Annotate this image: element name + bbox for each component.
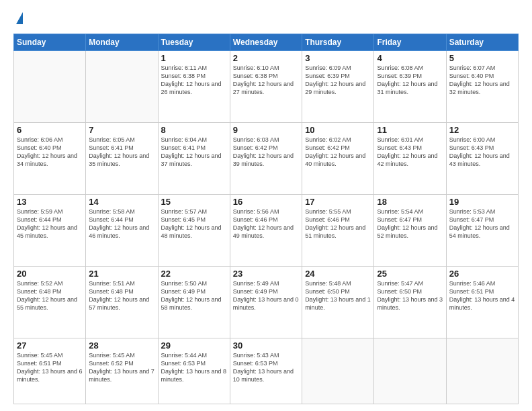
cell-daylight-info: Sunrise: 6:00 AM Sunset: 6:43 PM Dayligh… [449,136,515,169]
cell-daylight-info: Sunrise: 5:43 AM Sunset: 6:53 PM Dayligh… [233,351,299,384]
logo-triangle-icon [16,12,23,24]
calendar-day-header: Tuesday [158,34,230,51]
calendar-day-header: Wednesday [230,34,302,51]
calendar-header-row: SundayMondayTuesdayWednesdayThursdayFrid… [14,34,519,51]
calendar-week-row: 6Sunrise: 6:06 AM Sunset: 6:40 PM Daylig… [14,122,519,194]
logo [13,12,23,26]
cell-daylight-info: Sunrise: 6:03 AM Sunset: 6:42 PM Dayligh… [233,136,299,169]
cell-day-number: 26 [449,269,515,279]
cell-daylight-info: Sunrise: 6:02 AM Sunset: 6:42 PM Dayligh… [305,136,371,169]
cell-day-number: 23 [233,269,299,279]
calendar-cell: 11Sunrise: 6:01 AM Sunset: 6:43 PM Dayli… [374,122,446,194]
calendar-cell: 6Sunrise: 6:06 AM Sunset: 6:40 PM Daylig… [14,122,86,194]
calendar-cell: 4Sunrise: 6:08 AM Sunset: 6:39 PM Daylig… [374,51,446,123]
calendar-cell: 16Sunrise: 5:56 AM Sunset: 6:46 PM Dayli… [230,194,302,266]
cell-daylight-info: Sunrise: 5:51 AM Sunset: 6:48 PM Dayligh… [89,279,154,312]
calendar-cell: 8Sunrise: 6:04 AM Sunset: 6:41 PM Daylig… [158,122,230,194]
calendar-cell [374,338,446,404]
cell-daylight-info: Sunrise: 5:54 AM Sunset: 6:47 PM Dayligh… [377,208,443,240]
calendar-cell: 1Sunrise: 6:11 AM Sunset: 6:38 PM Daylig… [158,51,230,123]
cell-daylight-info: Sunrise: 5:48 AM Sunset: 6:50 PM Dayligh… [305,279,371,312]
cell-day-number: 27 [17,340,83,351]
cell-day-number: 8 [161,125,227,135]
calendar-cell: 5Sunrise: 6:07 AM Sunset: 6:40 PM Daylig… [446,51,518,123]
cell-daylight-info: Sunrise: 6:01 AM Sunset: 6:43 PM Dayligh… [377,136,443,169]
cell-day-number: 28 [89,340,154,351]
cell-day-number: 18 [377,197,443,207]
cell-day-number: 17 [305,197,371,207]
calendar-cell: 9Sunrise: 6:03 AM Sunset: 6:42 PM Daylig… [230,122,302,194]
calendar-cell: 12Sunrise: 6:00 AM Sunset: 6:43 PM Dayli… [446,122,518,194]
calendar-cell: 25Sunrise: 5:47 AM Sunset: 6:50 PM Dayli… [374,266,446,338]
calendar-cell: 2Sunrise: 6:10 AM Sunset: 6:38 PM Daylig… [230,51,302,123]
calendar-cell: 3Sunrise: 6:09 AM Sunset: 6:39 PM Daylig… [302,51,374,123]
header [13,12,519,26]
cell-daylight-info: Sunrise: 5:50 AM Sunset: 6:49 PM Dayligh… [161,279,227,312]
cell-day-number: 2 [233,53,299,63]
cell-daylight-info: Sunrise: 5:58 AM Sunset: 6:44 PM Dayligh… [89,208,154,240]
cell-daylight-info: Sunrise: 5:52 AM Sunset: 6:48 PM Dayligh… [17,279,83,312]
calendar-day-header: Sunday [14,34,86,51]
calendar-cell [446,338,518,404]
cell-daylight-info: Sunrise: 6:04 AM Sunset: 6:41 PM Dayligh… [161,136,227,169]
calendar-cell: 22Sunrise: 5:50 AM Sunset: 6:49 PM Dayli… [158,266,230,338]
cell-daylight-info: Sunrise: 6:08 AM Sunset: 6:39 PM Dayligh… [377,64,443,97]
cell-day-number: 16 [233,197,299,207]
cell-daylight-info: Sunrise: 5:47 AM Sunset: 6:50 PM Dayligh… [377,279,443,312]
calendar-cell: 7Sunrise: 6:05 AM Sunset: 6:41 PM Daylig… [86,122,158,194]
cell-day-number: 6 [17,125,83,135]
cell-day-number: 15 [161,197,227,207]
calendar-week-row: 13Sunrise: 5:59 AM Sunset: 6:44 PM Dayli… [14,194,519,266]
calendar-day-header: Friday [374,34,446,51]
calendar-cell: 30Sunrise: 5:43 AM Sunset: 6:53 PM Dayli… [230,338,302,404]
cell-day-number: 11 [377,125,443,135]
calendar-cell: 15Sunrise: 5:57 AM Sunset: 6:45 PM Dayli… [158,194,230,266]
cell-day-number: 13 [17,197,83,207]
calendar-table: SundayMondayTuesdayWednesdayThursdayFrid… [13,34,519,404]
cell-day-number: 25 [377,269,443,279]
cell-daylight-info: Sunrise: 5:46 AM Sunset: 6:51 PM Dayligh… [449,279,515,312]
calendar-cell: 17Sunrise: 5:55 AM Sunset: 6:46 PM Dayli… [302,194,374,266]
cell-daylight-info: Sunrise: 6:06 AM Sunset: 6:40 PM Dayligh… [17,136,83,169]
calendar-cell [14,51,86,123]
cell-day-number: 21 [89,269,154,279]
calendar-cell: 20Sunrise: 5:52 AM Sunset: 6:48 PM Dayli… [14,266,86,338]
cell-day-number: 9 [233,125,299,135]
cell-daylight-info: Sunrise: 5:53 AM Sunset: 6:47 PM Dayligh… [449,208,515,240]
cell-day-number: 12 [449,125,515,135]
cell-daylight-info: Sunrise: 5:45 AM Sunset: 6:51 PM Dayligh… [17,351,83,384]
calendar-week-row: 27Sunrise: 5:45 AM Sunset: 6:51 PM Dayli… [14,338,519,404]
page: SundayMondayTuesdayWednesdayThursdayFrid… [0,0,532,411]
calendar-cell: 10Sunrise: 6:02 AM Sunset: 6:42 PM Dayli… [302,122,374,194]
cell-day-number: 10 [305,125,371,135]
calendar-cell: 24Sunrise: 5:48 AM Sunset: 6:50 PM Dayli… [302,266,374,338]
cell-day-number: 24 [305,269,371,279]
cell-daylight-info: Sunrise: 6:11 AM Sunset: 6:38 PM Dayligh… [161,64,227,97]
cell-daylight-info: Sunrise: 6:09 AM Sunset: 6:39 PM Dayligh… [305,64,371,97]
calendar-day-header: Monday [86,34,158,51]
calendar-week-row: 20Sunrise: 5:52 AM Sunset: 6:48 PM Dayli… [14,266,519,338]
calendar-cell: 26Sunrise: 5:46 AM Sunset: 6:51 PM Dayli… [446,266,518,338]
calendar-cell: 27Sunrise: 5:45 AM Sunset: 6:51 PM Dayli… [14,338,86,404]
cell-daylight-info: Sunrise: 6:07 AM Sunset: 6:40 PM Dayligh… [449,64,515,97]
cell-daylight-info: Sunrise: 5:45 AM Sunset: 6:52 PM Dayligh… [89,351,154,384]
cell-day-number: 7 [89,125,154,135]
calendar-cell: 21Sunrise: 5:51 AM Sunset: 6:48 PM Dayli… [86,266,158,338]
cell-day-number: 14 [89,197,154,207]
cell-day-number: 3 [305,53,371,63]
calendar-cell [86,51,158,123]
calendar-day-header: Saturday [446,34,518,51]
cell-day-number: 30 [233,340,299,351]
cell-daylight-info: Sunrise: 5:49 AM Sunset: 6:49 PM Dayligh… [233,279,299,312]
calendar-cell: 13Sunrise: 5:59 AM Sunset: 6:44 PM Dayli… [14,194,86,266]
cell-daylight-info: Sunrise: 5:56 AM Sunset: 6:46 PM Dayligh… [233,208,299,240]
cell-daylight-info: Sunrise: 5:44 AM Sunset: 6:53 PM Dayligh… [161,351,227,384]
calendar-cell: 18Sunrise: 5:54 AM Sunset: 6:47 PM Dayli… [374,194,446,266]
calendar-cell: 19Sunrise: 5:53 AM Sunset: 6:47 PM Dayli… [446,194,518,266]
cell-daylight-info: Sunrise: 5:55 AM Sunset: 6:46 PM Dayligh… [305,208,371,240]
cell-day-number: 4 [377,53,443,63]
cell-daylight-info: Sunrise: 5:57 AM Sunset: 6:45 PM Dayligh… [161,208,227,240]
cell-day-number: 29 [161,340,227,351]
cell-daylight-info: Sunrise: 6:10 AM Sunset: 6:38 PM Dayligh… [233,64,299,97]
calendar-day-header: Thursday [302,34,374,51]
